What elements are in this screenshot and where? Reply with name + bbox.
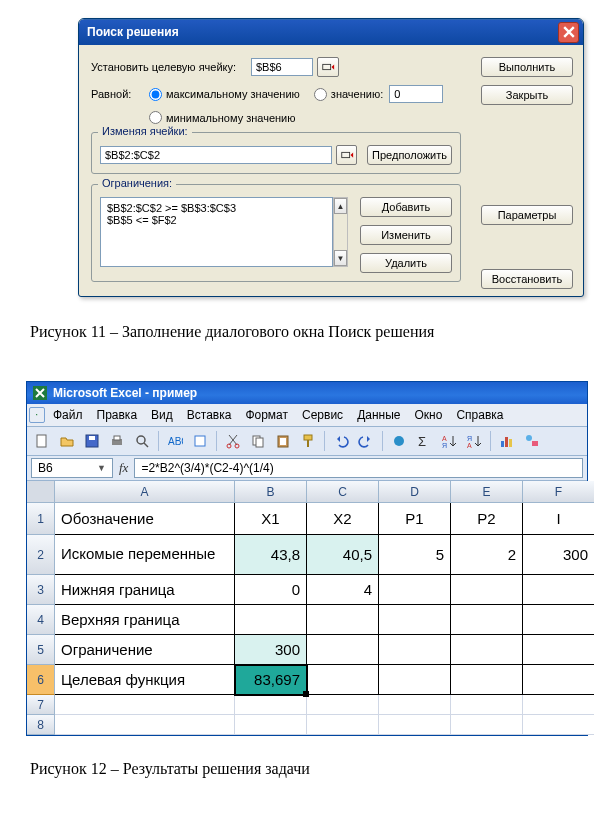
research-icon[interactable] bbox=[189, 430, 211, 452]
cell-B2[interactable]: 43,8 bbox=[235, 535, 307, 575]
menu-view[interactable]: Вид bbox=[145, 406, 179, 424]
col-header[interactable]: D bbox=[379, 481, 451, 503]
col-header[interactable]: E bbox=[451, 481, 523, 503]
row-header[interactable]: 1 bbox=[27, 503, 55, 535]
menu-edit[interactable]: Правка bbox=[91, 406, 144, 424]
cell-F1[interactable]: I bbox=[523, 503, 594, 535]
cell-D8[interactable] bbox=[379, 715, 451, 735]
cell-B7[interactable] bbox=[235, 695, 307, 715]
cell-A1[interactable]: Обозначение bbox=[55, 503, 235, 535]
cell-D2[interactable]: 5 bbox=[379, 535, 451, 575]
parameters-button[interactable]: Параметры bbox=[481, 205, 573, 225]
cell-D1[interactable]: P1 bbox=[379, 503, 451, 535]
constraints-listbox[interactable]: $B$2:$C$2 >= $B$3:$C$3 $B$5 <= $F$2 bbox=[100, 197, 333, 267]
menu-format[interactable]: Формат bbox=[239, 406, 294, 424]
row-header[interactable]: 7 bbox=[27, 695, 55, 715]
open-icon[interactable] bbox=[56, 430, 78, 452]
dialog-titlebar[interactable]: Поиск решения bbox=[79, 19, 583, 45]
hyperlink-icon[interactable] bbox=[388, 430, 410, 452]
delete-constraint-button[interactable]: Удалить bbox=[360, 253, 452, 273]
cell-E5[interactable] bbox=[451, 635, 523, 665]
range-picker-icon[interactable] bbox=[317, 57, 339, 77]
cell-E8[interactable] bbox=[451, 715, 523, 735]
row-header[interactable]: 8 bbox=[27, 715, 55, 735]
row-header[interactable]: 5 bbox=[27, 635, 55, 665]
menu-data[interactable]: Данные bbox=[351, 406, 406, 424]
close-icon[interactable] bbox=[558, 22, 579, 43]
cell-A4[interactable]: Верхняя граница bbox=[55, 605, 235, 635]
cell-A6[interactable]: Целевая функция bbox=[55, 665, 235, 695]
cell-A5[interactable]: Ограничение bbox=[55, 635, 235, 665]
chart-wizard-icon[interactable] bbox=[496, 430, 518, 452]
scroll-up-icon[interactable]: ▲ bbox=[334, 198, 347, 214]
sort-asc-icon[interactable]: АЯ bbox=[438, 430, 460, 452]
cell-F5[interactable] bbox=[523, 635, 594, 665]
print-icon[interactable] bbox=[106, 430, 128, 452]
fx-icon[interactable]: fx bbox=[119, 460, 128, 476]
menu-insert[interactable]: Вставка bbox=[181, 406, 238, 424]
cell-F6[interactable] bbox=[523, 665, 594, 695]
changing-cells-input[interactable] bbox=[100, 146, 332, 164]
paste-icon[interactable] bbox=[272, 430, 294, 452]
cell-A3[interactable]: Нижняя граница bbox=[55, 575, 235, 605]
cell-C6[interactable] bbox=[307, 665, 379, 695]
formula-bar[interactable]: =2*B2^(3/4)*(C2-4)^(1/4) bbox=[134, 458, 583, 478]
spreadsheet-grid[interactable]: 1 2 3 4 5 6 7 8 A B C D E F G Обозначени… bbox=[27, 481, 587, 735]
cell-D3[interactable] bbox=[379, 575, 451, 605]
row-header[interactable]: 2 bbox=[27, 535, 55, 575]
cell-D4[interactable] bbox=[379, 605, 451, 635]
cell-F8[interactable] bbox=[523, 715, 594, 735]
sort-desc-icon[interactable]: ЯА bbox=[463, 430, 485, 452]
col-header[interactable]: C bbox=[307, 481, 379, 503]
cell-B4[interactable] bbox=[235, 605, 307, 635]
cell-A8[interactable] bbox=[55, 715, 235, 735]
cell-A2[interactable]: Искомые переменные bbox=[55, 535, 235, 575]
cell-E1[interactable]: P2 bbox=[451, 503, 523, 535]
copy-icon[interactable] bbox=[247, 430, 269, 452]
chevron-down-icon[interactable]: ▼ bbox=[97, 463, 106, 473]
cell-C2[interactable]: 40,5 bbox=[307, 535, 379, 575]
cell-E7[interactable] bbox=[451, 695, 523, 715]
cell-F4[interactable] bbox=[523, 605, 594, 635]
add-constraint-button[interactable]: Добавить bbox=[360, 197, 452, 217]
guess-button[interactable]: Предположить bbox=[367, 145, 452, 165]
menu-tools[interactable]: Сервис bbox=[296, 406, 349, 424]
cell-C8[interactable] bbox=[307, 715, 379, 735]
radio-min[interactable] bbox=[149, 111, 162, 124]
change-constraint-button[interactable]: Изменить bbox=[360, 225, 452, 245]
col-header[interactable]: B bbox=[235, 481, 307, 503]
cell-E3[interactable] bbox=[451, 575, 523, 605]
close-button[interactable]: Закрыть bbox=[481, 85, 573, 105]
cell-B6-active[interactable]: 83,697 bbox=[235, 665, 307, 695]
cell-D5[interactable] bbox=[379, 635, 451, 665]
value-input[interactable] bbox=[389, 85, 443, 103]
new-icon[interactable] bbox=[31, 430, 53, 452]
scrollbar[interactable]: ▲ ▼ bbox=[333, 197, 348, 267]
cell-D6[interactable] bbox=[379, 665, 451, 695]
col-header[interactable]: A bbox=[55, 481, 235, 503]
col-header[interactable]: F bbox=[523, 481, 594, 503]
autosum-icon[interactable]: Σ bbox=[413, 430, 435, 452]
cell-F2[interactable]: 300 bbox=[523, 535, 594, 575]
cell-D7[interactable] bbox=[379, 695, 451, 715]
excel-titlebar[interactable]: Microsoft Excel - пример bbox=[27, 382, 587, 404]
cell-C3[interactable]: 4 bbox=[307, 575, 379, 605]
cell-F3[interactable] bbox=[523, 575, 594, 605]
menu-help[interactable]: Справка bbox=[450, 406, 509, 424]
format-painter-icon[interactable] bbox=[297, 430, 319, 452]
scroll-down-icon[interactable]: ▼ bbox=[334, 250, 347, 266]
cell-B8[interactable] bbox=[235, 715, 307, 735]
cell-B1[interactable]: X1 bbox=[235, 503, 307, 535]
cut-icon[interactable] bbox=[222, 430, 244, 452]
cell-C4[interactable] bbox=[307, 605, 379, 635]
restore-button[interactable]: Восстановить bbox=[481, 269, 573, 289]
redo-icon[interactable] bbox=[355, 430, 377, 452]
radio-max[interactable] bbox=[149, 88, 162, 101]
cell-B3[interactable]: 0 bbox=[235, 575, 307, 605]
save-icon[interactable] bbox=[81, 430, 103, 452]
drawing-icon[interactable] bbox=[521, 430, 543, 452]
select-all-corner[interactable] bbox=[27, 481, 55, 503]
spellcheck-icon[interactable]: ABC bbox=[164, 430, 186, 452]
row-header[interactable]: 6 bbox=[27, 665, 55, 695]
cell-F7[interactable] bbox=[523, 695, 594, 715]
